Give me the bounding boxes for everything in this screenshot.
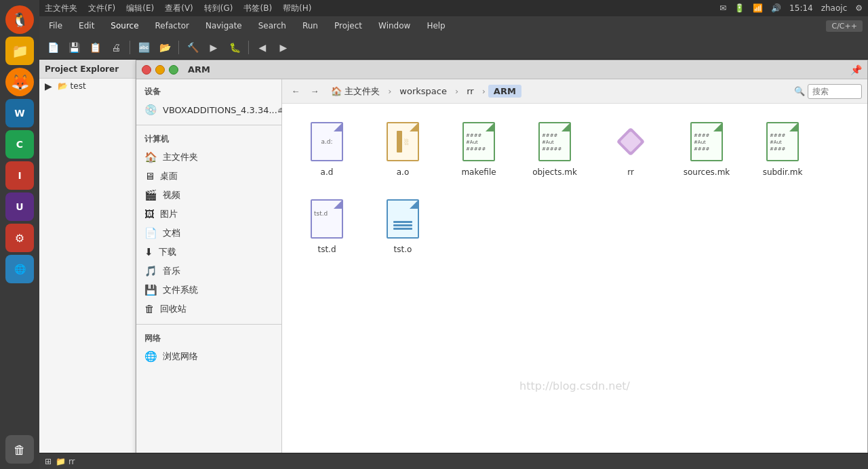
eclipse-toolbar: 📄 💾 📋 🖨 🔤 📂 🔨 ▶ 🐛 ◀ ▶ [39,35,868,60]
helpmenu-item[interactable]: 帮助(H) [283,3,311,14]
taskbar-unity-icon[interactable]: U [5,192,34,221]
file-item-rr[interactable]: rr [597,115,665,184]
music-label: 音乐 [163,265,180,277]
file-item-sources-mk[interactable]: #####Aut#### sources.mk [673,115,741,184]
video-icon: 🎬 [144,189,157,201]
file-icon-sources-mk: #####Aut#### [685,120,728,163]
taskbar-trash-icon[interactable]: 🗑 [5,435,34,464]
eclipse-edit-menu[interactable]: Edit [75,19,98,33]
video-label: 视频 [163,189,180,201]
fm-right-panel: ← → 🏠 主文件夹 › workspace › rr › ARM [282,79,867,453]
network-status-icon: 📶 [753,3,763,13]
filesystem-label: 文件系统 [163,284,198,296]
breadcrumb-sep1: › [388,86,391,96]
rr-icon-svg [614,125,648,159]
maximize-button[interactable] [169,65,178,75]
taskbar-firefox-icon[interactable]: 🦊 [5,68,34,96]
app-name-label: 主文件夹 [45,3,77,14]
taskbar: 🐧 📁 🦊 W C I U ⚙ 🌐 🗑 [0,0,39,469]
saveas-button[interactable]: 📋 [85,38,104,57]
pictures-label: 图片 [160,208,178,220]
nav-forward-button[interactable]: → [307,83,323,100]
desktop-label: 桌面 [160,170,178,182]
close-button[interactable] [142,65,151,75]
fm-documents-item[interactable]: 📄 文档 [136,224,281,243]
print-button[interactable]: 🖨 [106,38,125,57]
browse-network-label: 浏览网络 [163,350,198,363]
file-item-subdir-mk[interactable]: #####Aut#### subdir.mk [749,115,816,184]
gotomenu-item[interactable]: 转到(G) [204,3,233,14]
nav-back-button[interactable]: ← [288,83,304,100]
fm-trash-item[interactable]: 🗑 回收站 [136,300,281,319]
file-icon-makefile: #####Aut##### [457,120,500,163]
vbox-label: VBOXADDITIONS_4.3.34... [163,105,277,115]
fm-video-item[interactable]: 🎬 视频 [136,186,281,205]
minimize-button[interactable] [155,65,165,75]
file-item-tst-d[interactable]: tst.d tst.d [293,192,361,261]
taskbar-calc-icon[interactable]: C [5,130,34,159]
search-input[interactable] [808,84,862,99]
eclipse-help-menu[interactable]: Help [422,19,449,33]
filemenu-item[interactable]: 文件(F) [88,3,115,14]
next-edit-button[interactable]: ▶ [274,38,293,57]
new-button[interactable]: 📄 [43,38,62,57]
eclipse-run-menu[interactable]: Run [298,19,322,33]
breadcrumb-arm-item[interactable]: ARM [488,85,521,98]
taskbar-impress-icon[interactable]: I [5,161,34,190]
desktop-icon: 🖥 [144,170,155,182]
eclipse-project-menu[interactable]: Project [330,19,366,33]
file-name-tst-o: tst.o [394,245,412,256]
taskbar-settings-icon[interactable]: ⚙ [5,224,34,252]
bookmarkmenu-item[interactable]: 书签(B) [243,3,272,14]
open-type-button[interactable]: 🔤 [134,38,153,57]
eclipse-search-menu[interactable]: Search [254,19,290,33]
build-button[interactable]: 🔨 [183,38,202,57]
fm-downloads-item[interactable]: ⬇ 下载 [136,243,281,262]
breadcrumb-workspace-item[interactable]: workspace [394,85,452,98]
eclipse-statusbar: ⊞ 📁 rr [39,453,868,469]
fm-title: ARM [188,64,210,75]
taskbar-files-icon[interactable]: 📁 [5,37,34,65]
trash-icon: 🗑 [144,303,155,315]
file-item-ad[interactable]: a.d: a.d [293,115,361,184]
filesystem-icon: 💾 [144,284,157,296]
fm-filesystem-item[interactable]: 💾 文件系统 [136,281,281,300]
fm-pictures-item[interactable]: 🖼 图片 [136,205,281,224]
system-bar: 主文件夹 文件(F) 编辑(E) 查看(V) 转到(G) 书签(B) 帮助(H)… [39,0,868,16]
breadcrumb-rr-item[interactable]: rr [461,85,479,98]
eclipse-navigate-menu[interactable]: Navigate [201,19,246,33]
taskbar-writer-icon[interactable]: W [5,99,34,127]
fm-vbox-item[interactable]: 💿 VBOXADDITIONS_4.3.34... ⏏ [136,100,281,119]
folder-icon: ▶ [45,81,52,91]
file-item-objects-mk[interactable]: #####Aut##### objects.mk [521,115,589,184]
fm-titlebar: ARM 📌 [136,60,867,79]
eclipse-source-menu[interactable]: Source [106,19,142,33]
statusbar-rr-label[interactable]: 📁 rr [56,457,75,466]
svg-rect-1 [620,131,641,152]
eclipse-file-menu[interactable]: File [45,19,66,33]
music-icon: 🎵 [144,265,157,277]
home-crumb-label: 主文件夹 [344,86,380,96]
taskbar-network-icon[interactable]: 🌐 [5,255,34,283]
vbox-icon: 💿 [144,104,157,116]
fm-desktop-item[interactable]: 🖥 桌面 [136,167,281,186]
run-button[interactable]: ▶ [204,38,223,57]
taskbar-ubuntu-icon[interactable]: 🐧 [5,5,34,34]
breadcrumb-sep2: › [455,86,458,96]
fm-music-item[interactable]: 🎵 音乐 [136,262,281,281]
fm-browse-network-item[interactable]: 🌐 浏览网络 [136,347,281,366]
open-resource-button[interactable]: 📂 [155,38,174,57]
eclipse-window-menu[interactable]: Window [374,19,414,33]
file-item-tst-o[interactable]: tst.o [369,192,437,261]
save-button[interactable]: 💾 [64,38,83,57]
editmenu-item[interactable]: 编辑(E) [126,3,154,14]
fm-home-item[interactable]: 🏠 主文件夹 [136,148,281,167]
eclipse-refactor-menu[interactable]: Refactor [151,19,193,33]
viewmenu-item[interactable]: 查看(V) [165,3,193,14]
file-item-makefile[interactable]: #####Aut##### makefile [445,115,513,184]
file-grid: a.d: a.d ░ [282,104,867,453]
breadcrumb-home-item[interactable]: 🏠 主文件夹 [326,84,385,99]
debug-button[interactable]: 🐛 [225,38,244,57]
prev-edit-button[interactable]: ◀ [253,38,272,57]
file-item-ao[interactable]: ░ a.o [369,115,437,184]
